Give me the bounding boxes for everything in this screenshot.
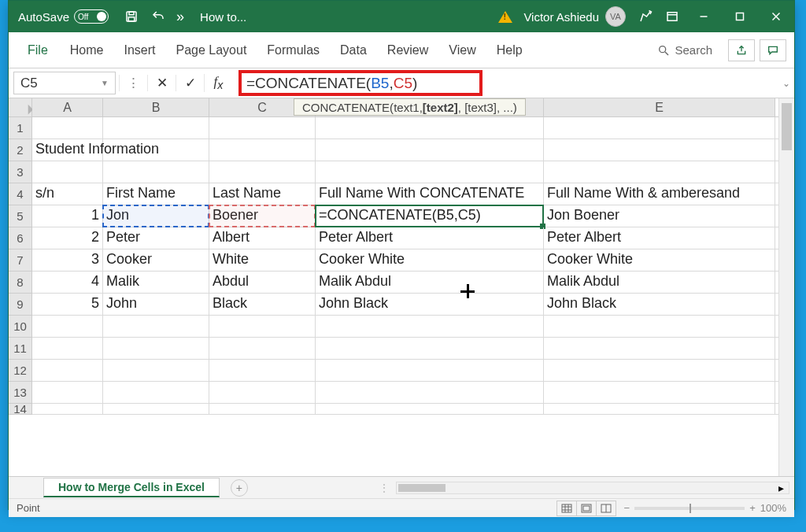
tab-formulas[interactable]: Formulas	[257, 37, 329, 64]
cell-E14[interactable]	[544, 404, 775, 414]
cell-A1[interactable]	[32, 117, 103, 139]
cell-C9[interactable]: Black	[209, 294, 316, 315]
cell-C13[interactable]	[209, 382, 316, 403]
col-B[interactable]: B	[103, 98, 209, 116]
tab-view[interactable]: View	[439, 37, 485, 64]
cell-D9[interactable]: John Black	[316, 294, 544, 315]
cell-C12[interactable]	[209, 360, 316, 381]
cell-E11[interactable]	[544, 338, 775, 359]
tab-help[interactable]: Help	[487, 37, 532, 64]
cancel-formula-button[interactable]: ✕	[147, 75, 176, 91]
cell-B2[interactable]	[103, 139, 209, 161]
cell-B12[interactable]	[103, 360, 209, 381]
sheet-nav[interactable]	[9, 485, 39, 491]
cell-D2[interactable]	[316, 139, 544, 161]
row-5[interactable]: 5	[9, 205, 32, 227]
row-7[interactable]: 7	[9, 249, 32, 272]
cell-D13[interactable]	[316, 382, 544, 403]
tab-page-layout[interactable]: Page Layout	[166, 37, 256, 64]
row-11[interactable]: 11	[9, 338, 32, 360]
minimize-button[interactable]	[686, 1, 722, 32]
share-button[interactable]	[728, 39, 755, 61]
vertical-scrollbar[interactable]	[778, 98, 794, 476]
cell-B14[interactable]	[103, 404, 209, 414]
tab-home[interactable]: Home	[61, 37, 113, 64]
cell-B4[interactable]: First Name	[103, 183, 209, 205]
cell-B5[interactable]: Jon	[103, 205, 209, 227]
cell-A11[interactable]	[32, 338, 103, 359]
cell-C5[interactable]: Boener	[209, 205, 316, 227]
new-sheet-button[interactable]: +	[231, 479, 248, 497]
cell-B8[interactable]: Malik	[103, 272, 209, 293]
tab-split-grip[interactable]: ⋮	[379, 482, 391, 494]
formula-input[interactable]: =CONCATENATE(B5,C5)	[235, 68, 778, 98]
cell-D4[interactable]: Full Name With CONCATENATE	[316, 183, 544, 205]
chevron-down-icon[interactable]: ▼	[101, 79, 109, 87]
tab-data[interactable]: Data	[331, 37, 376, 64]
coming-soon-icon[interactable]	[632, 1, 659, 32]
arrow-left-icon[interactable]	[15, 485, 21, 491]
view-page-break-icon[interactable]	[596, 501, 616, 516]
cell-E4[interactable]: Full Name With & amberesand	[544, 183, 775, 205]
cell-B10[interactable]	[103, 316, 209, 337]
row-4[interactable]: 4	[9, 183, 32, 205]
arrow-right-icon[interactable]	[26, 485, 32, 491]
cell-E8[interactable]: Malik Abdul	[544, 272, 775, 293]
cell-A7[interactable]: 3	[32, 249, 103, 271]
cell-B7[interactable]: Cooker	[103, 249, 209, 271]
cell-E13[interactable]	[544, 382, 775, 403]
cell-D1[interactable]	[316, 117, 544, 139]
view-normal-icon[interactable]	[556, 501, 577, 516]
row-10[interactable]: 10	[9, 316, 32, 338]
close-button[interactable]	[758, 1, 794, 32]
account-area[interactable]: Victor Ashiedu VA	[492, 6, 632, 27]
cell-B11[interactable]	[103, 338, 209, 359]
cell-A2[interactable]: Student Information	[32, 139, 103, 161]
cell-E12[interactable]	[544, 360, 775, 381]
cell-C7[interactable]: White	[209, 249, 316, 271]
cell-B13[interactable]	[103, 382, 209, 403]
search-box[interactable]: Search	[648, 43, 722, 57]
row-8[interactable]: 8	[9, 272, 32, 294]
cell-E5[interactable]: Jon Boener	[544, 205, 775, 227]
undo-icon[interactable]	[145, 1, 172, 32]
zoom-control[interactable]: − + 100%	[624, 502, 786, 514]
autosave-toggle[interactable]: AutoSave Off	[9, 9, 118, 24]
tab-review[interactable]: Review	[378, 37, 438, 64]
cell-A6[interactable]: 2	[32, 227, 103, 249]
cell-D5[interactable]: =CONCATENATE(B5,C5)	[316, 205, 544, 227]
cell-D7[interactable]: Cooker White	[316, 249, 544, 271]
cell-D10[interactable]	[316, 316, 544, 337]
tab-insert[interactable]: Insert	[114, 37, 165, 64]
row-6[interactable]: 6	[9, 227, 32, 249]
cell-C10[interactable]	[209, 316, 316, 337]
cell-E2[interactable]	[544, 139, 775, 161]
save-icon[interactable]	[118, 1, 145, 32]
zoom-in-icon[interactable]: +	[749, 502, 756, 514]
cell-D11[interactable]	[316, 338, 544, 359]
cell-A8[interactable]: 4	[32, 272, 103, 293]
cell-E3[interactable]	[544, 161, 775, 183]
view-page-layout-icon[interactable]	[576, 501, 597, 516]
cell-C3[interactable]	[209, 161, 316, 183]
maximize-button[interactable]	[722, 1, 758, 32]
row-2[interactable]: 2	[9, 139, 32, 161]
row-12[interactable]: 12	[9, 360, 32, 382]
cell-D3[interactable]	[316, 161, 544, 183]
cell-B1[interactable]	[103, 117, 209, 139]
cell-D6[interactable]: Peter Albert	[316, 227, 544, 249]
vscroll-thumb[interactable]	[782, 103, 792, 150]
cell-A10[interactable]	[32, 316, 103, 337]
zoom-slider[interactable]	[634, 507, 745, 510]
cell-E7[interactable]: Cooker White	[544, 249, 775, 271]
zoom-out-icon[interactable]: −	[624, 502, 630, 514]
cell-D8[interactable]: Malik Abdul	[316, 272, 544, 293]
cells[interactable]: Student Information s/n First Name Last …	[32, 117, 778, 415]
hscroll-thumb[interactable]	[398, 484, 446, 492]
row-14[interactable]: 14	[9, 404, 32, 415]
row-3[interactable]: 3	[9, 161, 32, 183]
cell-E6[interactable]: Peter Albert	[544, 227, 775, 249]
cell-A14[interactable]	[32, 404, 103, 414]
cell-A9[interactable]: 5	[32, 294, 103, 315]
insert-function-button[interactable]: fx	[204, 74, 232, 91]
